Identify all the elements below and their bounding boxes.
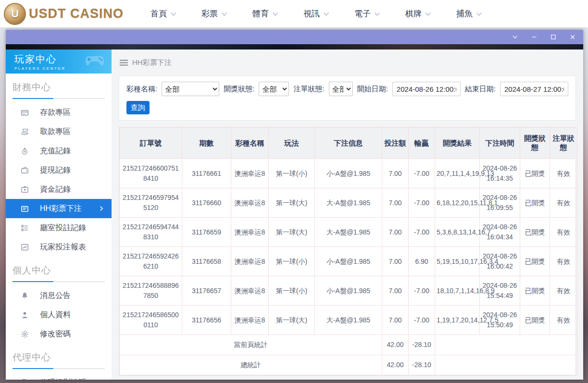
chevron-down-icon[interactable] bbox=[511, 33, 519, 41]
chevron-down-icon bbox=[323, 9, 329, 19]
chevron-right-icon bbox=[99, 206, 104, 211]
nav-item-7[interactable]: 捕魚 bbox=[456, 8, 482, 19]
hall-record-icon bbox=[21, 224, 29, 232]
sidebar-item[interactable]: 提現記錄 bbox=[6, 161, 112, 180]
sidebar-item-label: 消息公告 bbox=[40, 291, 71, 301]
app-window: 玩家中心 PLAYERS CENTER 財務中心存款專區取款專區充值記錄提現記錄… bbox=[6, 30, 583, 380]
cell-period: 31176659 bbox=[182, 218, 231, 247]
sidebar-section-title: 個人中心 bbox=[13, 264, 105, 277]
cell-order-no: 2152172465979545120 bbox=[120, 188, 182, 218]
sidebar-item-label: 廳室投註記錄 bbox=[40, 223, 86, 233]
section-underline bbox=[13, 368, 105, 369]
cell-bet-amount: 7.00 bbox=[382, 247, 409, 276]
funds-record-icon bbox=[21, 185, 29, 194]
column-header: 輸贏 bbox=[409, 128, 435, 159]
cell-period: 31176660 bbox=[182, 188, 231, 218]
cell-bet-info: 大-A盤@1.985 bbox=[315, 188, 382, 218]
draw-status-select[interactable]: 全部 bbox=[259, 82, 289, 96]
cell-bet-amount: 7.00 bbox=[382, 218, 409, 247]
order-status-select[interactable]: 全部 bbox=[329, 82, 353, 96]
summary-empty bbox=[435, 335, 577, 355]
sidebar-item[interactable]: 消息公告 bbox=[6, 286, 112, 305]
sidebar-item[interactable]: 廳室投註記錄 bbox=[6, 218, 112, 237]
sidebar-item-label: 修改密碼 bbox=[40, 329, 71, 339]
main-content: HH彩票下注 彩種名稱: 全部 開獎狀態: 全部 注單狀態: 全部 bbox=[112, 49, 583, 380]
sidebar-item[interactable]: 代理規則說明 bbox=[6, 373, 112, 380]
nav-item-2[interactable]: 彩票 bbox=[201, 8, 227, 19]
sidebar-item[interactable]: 存款專區 bbox=[6, 103, 112, 122]
sidebar-item[interactable]: 個人資料 bbox=[6, 305, 112, 324]
sidebar-item[interactable]: 玩家投注報表 bbox=[6, 237, 112, 257]
window-banner-strip bbox=[6, 44, 583, 49]
lottery-bet-icon bbox=[21, 205, 29, 213]
sidebar-item[interactable]: 資金記錄 bbox=[6, 180, 112, 199]
close-icon[interactable] bbox=[569, 33, 576, 41]
start-date-input[interactable] bbox=[392, 82, 461, 96]
cell-draw-status: 已開獎 bbox=[520, 306, 550, 335]
cell-bet-amount: 7.00 bbox=[382, 159, 409, 188]
sidebar-item-label: 提現記錄 bbox=[40, 165, 71, 175]
section-underline bbox=[13, 281, 105, 282]
column-header: 下注信息 bbox=[315, 128, 382, 159]
sidebar-item-label: 取款專區 bbox=[40, 127, 71, 137]
table-row: 215217246588896785031176657澳洲幸运8第一球(小)小-… bbox=[120, 276, 577, 306]
nav-item-4[interactable]: 視訊 bbox=[303, 8, 329, 19]
table-row: 215217246592426621031176658澳洲幸运8第一球(小)小-… bbox=[120, 247, 577, 276]
nav-item-label: 視訊 bbox=[303, 8, 320, 19]
nav-item-3[interactable]: 體育 bbox=[252, 8, 278, 19]
cell-period: 31176657 bbox=[182, 276, 231, 306]
sidebar-item-label: 代理規則說明 bbox=[40, 378, 86, 380]
top-nav-items: 首頁彩票體育視訊電子棋牌捕魚 bbox=[150, 8, 482, 19]
page-summary-row: 當前頁統計42.00-28.10 bbox=[120, 335, 577, 355]
hamburger-icon[interactable] bbox=[120, 60, 128, 66]
cell-lottery: 澳洲幸运8 bbox=[231, 247, 269, 276]
column-header: 投注額 bbox=[382, 128, 409, 159]
cell-draw-result: 6,18,12,20,15,11,8,1 bbox=[435, 188, 480, 218]
sidebar-item[interactable]: 充值記錄 bbox=[6, 141, 112, 161]
table-row: 215217246597954512031176660澳洲幸运8第一球(大)大-… bbox=[120, 188, 577, 218]
order-status-label: 注單狀態: bbox=[293, 85, 324, 94]
search-button[interactable]: 查詢 bbox=[126, 101, 150, 114]
logo-coin-icon: U bbox=[4, 3, 26, 25]
sidebar-item[interactable]: 修改密碼 bbox=[6, 324, 112, 344]
cell-play: 第一球(大) bbox=[269, 218, 315, 247]
gear-icon bbox=[21, 330, 29, 338]
cell-lottery: 澳洲幸运8 bbox=[231, 306, 269, 335]
column-header: 訂單號 bbox=[120, 128, 182, 159]
sidebar-item[interactable]: HH彩票下注 bbox=[6, 199, 112, 218]
cell-play: 第一球(小) bbox=[269, 276, 315, 306]
cell-win-loss: -7.00 bbox=[409, 218, 435, 247]
withdraw-hand-icon bbox=[21, 128, 29, 136]
nav-item-1[interactable]: 首頁 bbox=[150, 8, 176, 19]
site-logo[interactable]: U USDT CASINO bbox=[4, 3, 124, 25]
cell-play: 第一球(小) bbox=[269, 247, 315, 276]
summary-win-loss: -28.10 bbox=[409, 335, 435, 355]
document-icon bbox=[21, 379, 29, 380]
summary-bet-amount: 42.00 bbox=[382, 335, 409, 355]
cell-bet-info: 小-A盤@1.985 bbox=[315, 159, 382, 188]
chevron-down-icon bbox=[476, 9, 482, 19]
cell-order-status: 有效 bbox=[550, 159, 577, 188]
lottery-name-select[interactable]: 全部 bbox=[162, 82, 219, 96]
deposit-card-icon bbox=[21, 109, 29, 117]
cash-out-icon bbox=[21, 166, 29, 174]
sidebar-item-label: 充值記錄 bbox=[40, 146, 71, 156]
cell-period: 31176658 bbox=[182, 247, 231, 276]
cell-order-no: 2152172466007518410 bbox=[120, 159, 182, 188]
cell-draw-result: 5,3,6,8,13,14,16,7 bbox=[435, 218, 480, 247]
nav-item-6[interactable]: 棋牌 bbox=[405, 8, 431, 19]
window-titlebar bbox=[6, 30, 583, 44]
cell-order-status: 有效 bbox=[550, 276, 577, 306]
maximize-icon[interactable] bbox=[550, 33, 557, 41]
nav-item-5[interactable]: 電子 bbox=[354, 8, 380, 19]
sidebar-item-label: HH彩票下注 bbox=[40, 204, 82, 214]
column-header: 注單狀態 bbox=[550, 128, 577, 159]
page-title: HH彩票下注 bbox=[132, 58, 172, 67]
minimize-icon[interactable] bbox=[530, 33, 538, 41]
sidebar-item[interactable]: 取款專區 bbox=[6, 122, 112, 141]
cell-draw-result: 5,19,15,10,17,16,3,4 bbox=[435, 247, 480, 276]
chevron-down-icon bbox=[374, 9, 380, 19]
section-underline bbox=[13, 98, 105, 99]
nav-item-label: 體育 bbox=[252, 8, 269, 19]
end-date-input[interactable] bbox=[500, 82, 568, 96]
